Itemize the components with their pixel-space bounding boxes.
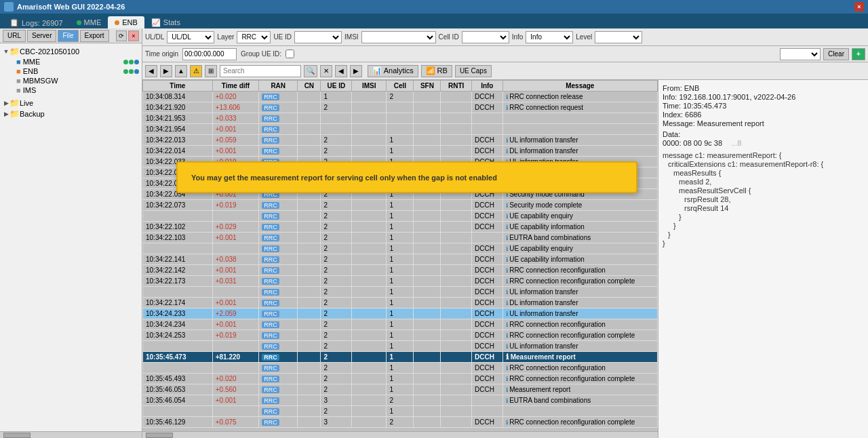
stats-tab[interactable]: 📈 Stats xyxy=(144,16,187,28)
table-row[interactable]: 10:34:22.173+0.031RRC21DCCHℹ RRC connect… xyxy=(143,276,658,287)
info-select[interactable]: Info xyxy=(526,31,573,43)
col-header-time[interactable]: Time xyxy=(143,81,213,92)
table-row[interactable]: 10:34:22.103+0.001RRC21ℹ EUTRA band comb… xyxy=(143,233,658,243)
info-icon: ℹ xyxy=(506,386,510,393)
clear-select[interactable] xyxy=(780,48,821,60)
uecaps-btn[interactable]: UE Caps xyxy=(455,65,492,77)
table-row[interactable]: 10:34:22.073+0.019RRC21DCCHℹ Security mo… xyxy=(143,200,658,211)
tree-item-cbc[interactable]: ▼ 📁 CBC-2021050100 xyxy=(3,46,139,57)
table-row[interactable]: RRC21 xyxy=(143,406,658,417)
table-row[interactable]: 10:34:24.233+2.059RRC21DCCHℹ UL informat… xyxy=(143,308,658,319)
table-row[interactable]: 10:34:21.920+13.606RRC2DCCHℹ RRC connect… xyxy=(143,102,658,113)
tree-item-live[interactable]: ▶ 📁 Live xyxy=(3,98,139,108)
table-row[interactable]: 10:34:22.174+0.001RRC21DCCHℹ DL informat… xyxy=(143,298,658,308)
msg-code-line: message c1: measurementReport: { xyxy=(663,151,864,159)
table-row[interactable]: 10:34:21.953+0.033RRC xyxy=(143,113,658,124)
nav-up-btn[interactable]: ▲ xyxy=(175,65,187,77)
col-header-rnti[interactable]: RNTI xyxy=(441,81,472,92)
info-icon: ℹ xyxy=(506,300,510,306)
close-button[interactable]: × xyxy=(854,2,864,12)
col-header-ran[interactable]: RAN xyxy=(259,81,298,92)
search-submit-btn[interactable]: 🔍 xyxy=(304,65,317,77)
table-scroll[interactable]: Time Time diff RAN CN UE ID IMSI Cell SF… xyxy=(142,80,658,431)
table-row[interactable]: 10:34:21.954+0.001RRC xyxy=(143,124,658,135)
add-button[interactable]: + xyxy=(852,48,865,60)
table-row[interactable]: RRC21DCCHℹ UE capability enquiry xyxy=(143,211,658,222)
table-row[interactable]: RRC21DCCHℹ UE capability enquiry xyxy=(143,243,658,254)
col-header-cell[interactable]: Cell xyxy=(387,81,414,92)
sidebar-toolbar: URL Server File Export ⟳ × xyxy=(0,28,142,43)
level-select[interactable] xyxy=(595,31,642,43)
table-row[interactable]: 10:34:24.234+0.001RRC21DCCHℹ RRC connect… xyxy=(143,319,658,330)
mme-tab[interactable]: MME xyxy=(70,16,108,28)
table-row[interactable]: 10:35:45.493+0.020RRC21DCCHℹ RRC connect… xyxy=(143,374,658,384)
sidebar-refresh-btn[interactable]: ⟳ xyxy=(116,31,127,41)
rb-btn[interactable]: 📶 RB xyxy=(421,65,452,77)
table-row[interactable]: 10:34:22.141+0.038RRC21DCCHℹ UE capabili… xyxy=(143,254,658,265)
group-ueid-checkbox[interactable] xyxy=(285,49,294,58)
col-header-imsi[interactable]: IMSI xyxy=(352,81,387,92)
search-clear-btn[interactable]: ✕ xyxy=(320,65,332,77)
col-header-timediff[interactable]: Time diff xyxy=(212,81,258,92)
col-header-ueid[interactable]: UE ID xyxy=(321,81,352,92)
tree-item-mbmsgw[interactable]: ■ MBMSGW xyxy=(3,76,139,85)
msg-code-line: rsrqResult 14 xyxy=(663,204,864,212)
info-icon: ℹ xyxy=(506,376,510,382)
tree-item-mme[interactable]: ■ MME xyxy=(3,57,139,66)
enb-tab[interactable]: ENB xyxy=(108,16,144,28)
table-row[interactable]: 10:34:22.013+0.059RRC21DCCHℹ UL informat… xyxy=(143,135,658,146)
clear-button[interactable]: Clear xyxy=(823,48,849,60)
analytics-btn[interactable]: 📊 Analytics xyxy=(368,65,418,77)
cellid-select[interactable] xyxy=(462,31,509,43)
table-row[interactable]: 10:35:46.053+0.560RRC21DCCHℹ Measurement… xyxy=(143,384,658,395)
table-row[interactable]: 10:35:46.054+0.001RRC32ℹ EUTRA band comb… xyxy=(143,395,658,406)
tree-item-enb[interactable]: ■ ENB xyxy=(3,66,139,76)
table-scrollbar-h[interactable] xyxy=(142,431,658,438)
filter-icon[interactable]: ⊞ xyxy=(205,65,217,77)
time-origin-input[interactable] xyxy=(182,48,237,60)
export-button[interactable]: Export xyxy=(80,30,109,42)
ueid-select[interactable] xyxy=(294,31,342,43)
file-button[interactable]: File xyxy=(58,30,78,42)
col-header-sfn[interactable]: SFN xyxy=(414,81,441,92)
tree-item-ims[interactable]: ■ IMS xyxy=(3,85,139,95)
ims-icon: ■ xyxy=(16,86,21,94)
table-scrollbar-thumb[interactable] xyxy=(146,433,173,438)
sidebar-close-btn[interactable]: × xyxy=(128,31,139,41)
sidebar-scrollbar-thumb[interactable] xyxy=(3,433,31,438)
table-row[interactable]: 10:34:22.014+0.001RRC21DCCHℹ DL informat… xyxy=(143,146,658,157)
server-button[interactable]: Server xyxy=(27,30,56,42)
nav-back-btn[interactable]: ◀ xyxy=(145,65,157,77)
info-icon: ℹ xyxy=(506,397,510,404)
tree-item-backup[interactable]: ▶ 📁 Backup xyxy=(3,108,139,119)
table-row[interactable]: 10:34:22.102+0.029RRC21DCCHℹ UE capabili… xyxy=(143,222,658,233)
table-row[interactable]: 10:35:46.129+0.075RRC32DCCHℹ RRC connect… xyxy=(143,417,658,428)
search-input[interactable] xyxy=(220,65,301,77)
logs-tab[interactable]: 📋 Logs: 26907 xyxy=(3,17,70,28)
table-row[interactable]: 10:34:08.314+0.020RRC12DCCHℹ RRC connect… xyxy=(143,92,658,102)
ul-dl-select[interactable]: UL/DL xyxy=(167,31,214,43)
enb-dot1 xyxy=(123,69,128,74)
table-row[interactable]: 10:34:22.142+0.001RRC21DCCHℹ RRC connect… xyxy=(143,265,658,276)
search-prev-btn[interactable]: ◀ xyxy=(335,65,347,77)
nav-fwd-btn[interactable]: ▶ xyxy=(160,65,172,77)
col-header-message[interactable]: Message xyxy=(502,81,657,92)
search-next-btn[interactable]: ▶ xyxy=(350,65,362,77)
tree-toggle-backup: ▶ xyxy=(3,111,9,117)
table-row[interactable]: 10:35:45.473+81.220RRC21DCCHℹ Measuremen… xyxy=(143,352,658,363)
url-button[interactable]: URL xyxy=(3,30,26,42)
tooltip-overlay: You may get the measurement report for s… xyxy=(176,161,637,193)
sidebar: URL Server File Export ⟳ × ▼ 📁 CBC-20210… xyxy=(0,28,142,438)
table-row[interactable]: RRC21DCCHℹ RRC connection reconfiguratio… xyxy=(143,363,658,374)
msg-code-line: measResults { xyxy=(663,169,864,177)
sidebar-scrollbar[interactable] xyxy=(0,431,142,438)
mme-icon: ■ xyxy=(16,58,21,66)
table-row[interactable]: RRC21DCCHℹ UL information transfer xyxy=(143,341,658,352)
table-row[interactable]: RRC21DCCHℹ UL information transfer xyxy=(143,287,658,298)
imsi-select[interactable] xyxy=(361,31,436,43)
col-header-cn[interactable]: CN xyxy=(298,81,321,92)
col-header-info[interactable]: Info xyxy=(472,81,503,92)
enb-icon: ■ xyxy=(16,67,21,75)
table-row[interactable]: 10:34:24.253+0.019RRC21DCCHℹ RRC connect… xyxy=(143,330,658,341)
layer-select[interactable]: RRC xyxy=(237,31,271,43)
